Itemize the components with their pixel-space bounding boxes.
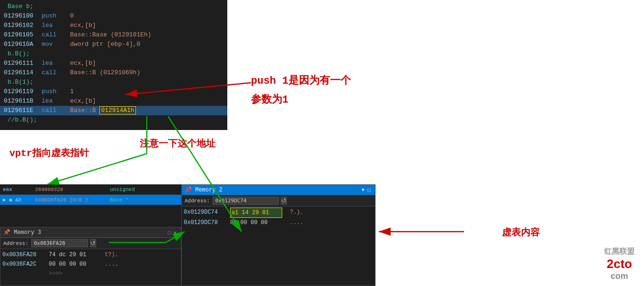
mnem-11: lea	[42, 96, 70, 106]
mem3-chars-1: t?).	[105, 250, 118, 260]
annotation-addr: 注意一下这个地址	[140, 137, 215, 150]
memory2-pin-icon: 📌	[185, 187, 192, 193]
memory2-refresh-button[interactable]: ↺	[281, 197, 287, 205]
op-12: Base::B 012914A1h	[70, 106, 136, 115]
memory3-panel: 📌 Memory 3 □ × Address: ↺ 0x0036FA28 74 …	[0, 227, 181, 286]
mem3-addr-2: 0x0036FA2C	[2, 260, 45, 269]
mem2-chars-1: ?.).	[290, 208, 304, 218]
source-line-9: b.B(1);	[0, 78, 227, 87]
watch-value-eax: 269009328	[35, 185, 106, 194]
op-5: dword ptr [ebp-4],0	[70, 40, 140, 49]
memory2-title: 📌 Memory 2	[185, 186, 360, 193]
memory2-content: 0x0129DC74 a1 14 29 01 ?.). 0x0129DC78 0…	[182, 207, 375, 228]
source-line-1: Base b;	[0, 2, 227, 11]
mnem-10: push	[42, 87, 70, 96]
code-line-8: 01296114 call Base::B (01291069h)	[0, 68, 227, 78]
memory2-toolbar: Address: ↺	[182, 195, 375, 207]
mnem-12: call	[42, 106, 70, 115]
op-2: 0	[70, 11, 74, 21]
mem3-bytes-1: 74 dc 29 01	[49, 250, 101, 260]
svg-line-5	[47, 154, 147, 184]
code-line-7: 01296111 lea ecx,[b]	[0, 59, 227, 68]
addr-3: 01296102	[4, 21, 42, 30]
op-4: Base::Base (0129101Eh)	[70, 30, 152, 40]
op-10: 1	[70, 87, 74, 96]
addr-2: 01296100	[4, 11, 42, 21]
memory2-addr-label: Address:	[185, 198, 210, 204]
watermark: 红黑联盟 2cto com	[604, 247, 635, 281]
watch-type-b: Base *	[110, 196, 129, 204]
watch-value-b: 0x0036fa28 {b=0 }	[35, 196, 106, 204]
bottom-area: eax 269009328 unsigned ▶ ◉ &b 0x0036fa28…	[0, 184, 644, 286]
watermark-suffix: 红黑联盟	[604, 247, 635, 257]
pin-icon: 📌	[3, 229, 10, 236]
memory3-close-button[interactable]: ×	[172, 230, 178, 235]
memory2-row-1: 0x0129DC74 a1 14 29 01 ?.).	[184, 208, 373, 218]
watch-row-b: ▶ ◉ &b 0x0036fa28 {b=0 } Base *	[0, 195, 181, 205]
code-line-2: 01296100 push 0	[0, 11, 227, 21]
addr-11: 0129611B	[4, 96, 42, 106]
annotation-vptr: vptr指向虚表指针	[9, 147, 89, 159]
memory2-addr-input[interactable]	[213, 197, 279, 205]
memory2-panel: 📌 Memory 2 ▾ □ Address: ↺ 0x0129DC74 a1 …	[181, 184, 376, 286]
source-text-13: //b.B();	[8, 115, 37, 125]
watch-type-eax: unsigned	[110, 185, 135, 194]
addr-5: 0129610A	[4, 40, 42, 49]
memory3-content: 0x0036FA28 74 dc 29 01 t?). 0x0036FA2C 0…	[0, 249, 181, 279]
memory3-pin-button[interactable]: □	[166, 230, 172, 235]
op-3: ecx,[b]	[70, 21, 96, 30]
source-line-6: b.B();	[0, 49, 227, 59]
memory3-titlebar: 📌 Memory 3 □ ×	[0, 227, 181, 238]
memory2-pin-button[interactable]: ▾	[360, 187, 366, 193]
op-8: Base::B (01291069h)	[70, 68, 140, 78]
source-text-9: b.B(1);	[8, 78, 34, 87]
addr-12: 0129611E	[4, 106, 42, 115]
mem2-addr-2: 0x0129DC78	[184, 218, 226, 227]
mnem-8: call	[42, 68, 70, 78]
op-7: ecx,[b]	[70, 59, 96, 68]
code-line-11: 0129611B lea ecx,[b]	[0, 96, 227, 106]
code-line-3: 01296102 lea ecx,[b]	[0, 21, 227, 30]
code-line-4: 01296105 call Base::Base (0129101Eh)	[0, 30, 227, 40]
code-panel: Base b; 01296100 push 0 01296102 lea ecx…	[0, 0, 227, 130]
watch-name-b: ▶ ◉ &b	[3, 196, 31, 204]
highlight-addr: 012914A1h	[99, 106, 135, 114]
memory3-addr-label: Address:	[3, 241, 28, 246]
memory3-toolbar: Address: ↺	[0, 238, 181, 249]
watermark-line1: 2cto	[604, 257, 635, 271]
memory3-title: 📌 Memory 3	[3, 229, 166, 236]
source-text-1: Base b;	[8, 2, 34, 11]
memory3-row-2: 0x0036FA2C 00 00 00 00 ....	[2, 260, 179, 269]
watch-panel: eax 269009328 unsigned ▶ ◉ &b 0x0036fa28…	[0, 184, 181, 227]
mem2-bytes-2: 00 00 00 00	[230, 218, 282, 227]
mem2-chars-2: ....	[290, 218, 304, 227]
addr-7: 01296111	[4, 59, 42, 68]
mnem-7: lea	[42, 59, 70, 68]
memory3-row-3: >>>>	[2, 269, 179, 278]
addr-4: 01296105	[4, 30, 42, 40]
annotation-push1-line2: 参数为1	[251, 92, 288, 106]
memory2-close-button[interactable]: □	[366, 187, 372, 193]
memory3-addr-input[interactable]	[31, 239, 88, 247]
memory3-refresh-button[interactable]: ↺	[90, 239, 96, 247]
mem3-addr-1: 0x0036FA28	[2, 250, 45, 260]
mem3-chars-2: ....	[105, 260, 118, 269]
code-line-5: 0129610A mov dword ptr [ebp-4],0	[0, 40, 227, 49]
code-line-10: 01296119 push 1	[0, 87, 227, 96]
addr-8: 01296114	[4, 68, 42, 78]
watch-row-eax: eax 269009328 unsigned	[0, 184, 181, 195]
watch-name-eax: eax	[3, 185, 31, 194]
mem2-bytes-highlight-1: a1 14 29 01	[230, 208, 282, 218]
mem3-addr-3	[2, 269, 45, 278]
mnem-2: push	[42, 11, 70, 21]
mnem-3: lea	[42, 21, 70, 30]
memory3-row-1: 0x0036FA28 74 dc 29 01 t?).	[2, 250, 179, 260]
mnem-5: mov	[42, 40, 70, 49]
mem3-bytes-3: >>>>	[49, 269, 101, 278]
mnem-4: call	[42, 30, 70, 40]
addr-10: 01296119	[4, 87, 42, 96]
mem3-bytes-2: 00 00 00 00	[49, 260, 101, 269]
source-line-13: //b.B();	[0, 115, 227, 125]
code-line-12: 0129611E call Base::B 012914A1h	[0, 106, 227, 115]
memory2-row-2: 0x0129DC78 00 00 00 00 ....	[184, 218, 373, 227]
